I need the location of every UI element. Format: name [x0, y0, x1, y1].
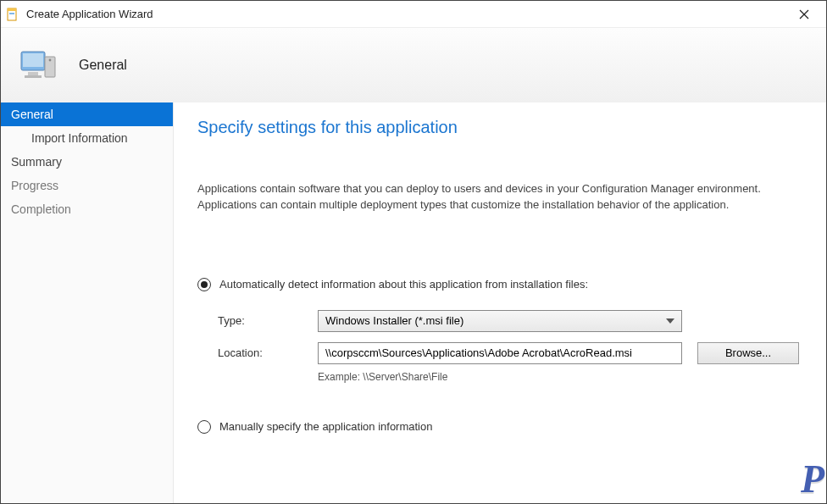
nav-list: General Import Information Summary Progr…: [1, 102, 173, 221]
radio-auto-detect[interactable]: Automatically detect information about t…: [197, 278, 802, 291]
nav-item-progress[interactable]: Progress: [1, 174, 173, 197]
close-button[interactable]: [787, 3, 821, 26]
app-file-icon: [6, 8, 19, 21]
page-description: Applications contain software that you c…: [197, 181, 802, 213]
radio-manual[interactable]: Manually specify the application informa…: [197, 420, 802, 434]
radio-manual-label: Manually specify the application informa…: [219, 420, 432, 433]
page-title: Specify settings for this application: [197, 118, 802, 137]
nav-item-general[interactable]: General: [1, 102, 173, 126]
svg-rect-9: [25, 75, 42, 78]
browse-button-label: Browse...: [725, 346, 771, 359]
svg-rect-6: [23, 53, 43, 67]
header: General: [1, 28, 826, 102]
form-grid: Type: Windows Installer (*.msi file) Loc…: [218, 310, 802, 383]
location-input-value: \\corpsccm\Sources\Applications\Adobe Ac…: [325, 346, 632, 359]
radio-manual-input[interactable]: [197, 420, 211, 434]
body: General Import Information Summary Progr…: [1, 102, 826, 503]
location-input[interactable]: \\corpsccm\Sources\Applications\Adobe Ac…: [318, 342, 682, 364]
location-example: Example: \\Server\Share\File: [318, 371, 682, 383]
header-stage-label: General: [79, 58, 127, 73]
nav-item-summary[interactable]: Summary: [1, 150, 173, 174]
browse-button[interactable]: Browse...: [697, 342, 799, 364]
close-icon: [799, 9, 809, 19]
nav-item-completion[interactable]: Completion: [1, 197, 173, 221]
type-select-value: Windows Installer (*.msi file): [325, 314, 463, 327]
type-label: Type:: [218, 314, 302, 327]
radio-auto-detect-input[interactable]: [197, 278, 211, 291]
svg-rect-1: [8, 8, 16, 11]
svg-point-10: [49, 59, 52, 62]
svg-rect-8: [28, 72, 38, 75]
content: Specify settings for this application Ap…: [174, 102, 826, 503]
radio-auto-detect-label: Automatically detect information about t…: [219, 278, 588, 291]
watermark-logo: P: [801, 457, 824, 501]
svg-rect-2: [9, 13, 14, 14]
titlebar: Create Application Wizard: [1, 1, 826, 28]
window-title: Create Application Wizard: [26, 8, 787, 20]
location-label: Location:: [218, 346, 302, 359]
type-select[interactable]: Windows Installer (*.msi file): [318, 310, 682, 332]
wizard-icon: [16, 43, 60, 87]
window: Create Application Wizard General Genera…: [0, 0, 827, 504]
nav-item-import-information[interactable]: Import Information: [1, 126, 173, 150]
sidebar: General Import Information Summary Progr…: [1, 102, 174, 503]
